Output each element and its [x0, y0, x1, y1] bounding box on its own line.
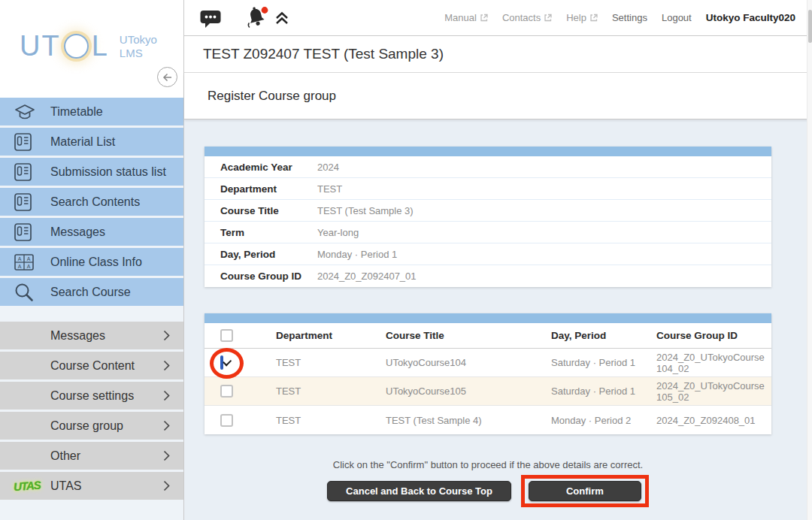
detail-row: Term Year-long: [205, 222, 771, 243]
external-link-icon: [544, 14, 552, 22]
sidebar-item-label: UTAS: [50, 479, 81, 493]
sidebar-item-label: Search Contents: [50, 195, 140, 209]
contacts-link[interactable]: Contacts: [502, 12, 552, 23]
logo-text-suffix: L: [92, 30, 109, 62]
help-link[interactable]: Help: [566, 12, 598, 23]
confirm-button[interactable]: Confirm: [529, 481, 641, 501]
logo-o-ring-icon: [64, 34, 89, 59]
collapse-sidebar-button[interactable]: [157, 67, 177, 87]
main-area: Manual Contacts Help Settings Logout Uto…: [184, 0, 812, 520]
sidebar-item-course-content[interactable]: Course Content: [0, 352, 183, 379]
notifications-bell-icon[interactable]: [244, 5, 271, 31]
select-all-checkbox[interactable]: [220, 329, 233, 342]
sidebar-item-search-course[interactable]: Search Course: [0, 278, 183, 306]
svg-text:A: A: [18, 264, 22, 269]
utas-logo-icon: UTAS: [14, 479, 50, 492]
sidebar-item-course-group[interactable]: Course group: [0, 412, 183, 440]
sidebar-item-label: Messages: [50, 329, 105, 343]
online-class-icon: AAAA: [14, 253, 50, 271]
external-link-icon: [589, 14, 598, 22]
row-checkbox[interactable]: [220, 355, 223, 370]
notification-dot: [262, 7, 268, 14]
card-header-bar: [205, 147, 771, 156]
search-course-icon: [14, 282, 50, 303]
sidebar-item-label: Course settings: [50, 389, 134, 403]
column-header: Department: [276, 330, 386, 341]
svg-text:A: A: [27, 264, 31, 269]
section-title: Register Course group: [208, 89, 336, 104]
chevron-right-icon: [163, 420, 170, 431]
sidebar-item-label: Material List: [50, 135, 115, 149]
logo-text-prefix: UT: [20, 30, 61, 62]
instruction-text: Click on the "Confirm" button to proceed…: [205, 459, 771, 470]
arrow-left-icon: [162, 71, 174, 83]
messages-icon: [14, 222, 50, 242]
topbar: Manual Contacts Help Settings Logout Uto…: [184, 0, 812, 36]
table-row: TEST TEST (Test Sample 4) Monday · Perio…: [205, 406, 771, 434]
sidebar-item-label: Other: [50, 449, 80, 463]
column-header: Course Title: [386, 330, 551, 341]
sidebar: UT L UTokyo LMS Timetable Material List: [0, 0, 184, 520]
content: Academic Year 2024 Department TEST Cours…: [184, 119, 812, 507]
sidebar-item-course-messages[interactable]: Messages: [0, 322, 183, 349]
annotation-rectangle: Confirm: [521, 475, 649, 507]
column-header: Day, Period: [551, 330, 656, 341]
sidebar-item-label: Online Class Info: [50, 255, 142, 269]
sidebar-item-utas[interactable]: UTAS UTAS: [0, 472, 183, 500]
scrollbar-thumb[interactable]: [808, 10, 812, 43]
table-row: TEST UTokyoCourse104 Saturday · Period 1…: [205, 349, 771, 377]
course-title-bar: TEST Z092407 TEST (Test Sample 3): [184, 36, 812, 73]
detail-row: Course Group ID 2024_Z0_Z092407_01: [205, 265, 771, 287]
sidebar-item-course-settings[interactable]: Course settings: [0, 382, 183, 410]
sidebar-item-messages[interactable]: Messages: [0, 218, 183, 246]
detail-row: Day, Period Monday · Period 1: [205, 243, 771, 265]
section-bar: Register Course group: [184, 73, 812, 119]
footer: Click on the "Confirm" button to proceed…: [205, 459, 771, 507]
sidebar-item-submission-status[interactable]: Submission status list: [0, 158, 183, 186]
table-row: TEST UTokyoCourse105 Saturday · Period 1…: [205, 377, 771, 406]
sidebar-item-label: Search Course: [50, 286, 131, 299]
material-list-icon: [14, 132, 50, 152]
sidebar-item-online-class-info[interactable]: AAAA Online Class Info: [0, 248, 183, 276]
row-checkbox[interactable]: [220, 414, 233, 427]
cancel-button[interactable]: Cancel and Back to Course Top: [327, 481, 511, 501]
chevron-right-icon: [163, 390, 170, 401]
svg-text:A: A: [27, 255, 31, 261]
external-link-icon: [480, 14, 488, 22]
manual-link[interactable]: Manual: [444, 12, 488, 23]
search-contents-icon: [14, 192, 50, 212]
user-name: Utokyo Faculty020: [706, 12, 795, 23]
sidebar-item-label: Submission status list: [50, 165, 166, 179]
sidebar-item-search-contents[interactable]: Search Contents: [0, 188, 183, 216]
column-header: Course Group ID: [656, 330, 771, 341]
course-group-table: Department Course Title Day, Period Cour…: [205, 313, 771, 434]
sidebar-item-timetable[interactable]: Timetable: [0, 98, 183, 125]
table-header-row: Department Course Title Day, Period Cour…: [205, 323, 771, 349]
utol-logo: UT L UTokyo LMS: [20, 30, 157, 62]
logout-link[interactable]: Logout: [662, 12, 692, 23]
logo-area: UT L UTokyo LMS: [0, 0, 183, 98]
sidebar-item-label: Messages: [50, 225, 105, 239]
detail-row: Academic Year 2024: [205, 156, 771, 178]
chevron-right-icon: [163, 330, 170, 341]
settings-link[interactable]: Settings: [612, 12, 647, 23]
card-header-bar: [205, 313, 771, 323]
chevron-right-icon: [163, 450, 170, 461]
chevron-double-up-icon[interactable]: [274, 11, 289, 26]
logo-sub-line1: UTokyo: [120, 33, 157, 47]
sidebar-item-label: Course group: [50, 419, 123, 433]
chat-icon[interactable]: [199, 8, 222, 29]
svg-text:A: A: [18, 255, 22, 261]
sidebar-item-label: Timetable: [50, 105, 103, 119]
sidebar-item-label: Course Content: [50, 359, 135, 373]
sidebar-item-other[interactable]: Other: [0, 442, 183, 470]
course-details-card: Academic Year 2024 Department TEST Cours…: [205, 147, 771, 287]
submission-status-icon: [14, 162, 50, 182]
sidebar-item-material-list[interactable]: Material List: [0, 128, 183, 156]
scrollbar[interactable]: [807, 0, 812, 520]
logo-sub-line2: LMS: [120, 47, 157, 60]
page-title: TEST Z092407 TEST (Test Sample 3): [203, 46, 444, 62]
detail-row: Course Title TEST (Test Sample 3): [205, 200, 771, 222]
sidebar-group-gap: [0, 308, 183, 322]
row-checkbox[interactable]: [220, 385, 233, 398]
